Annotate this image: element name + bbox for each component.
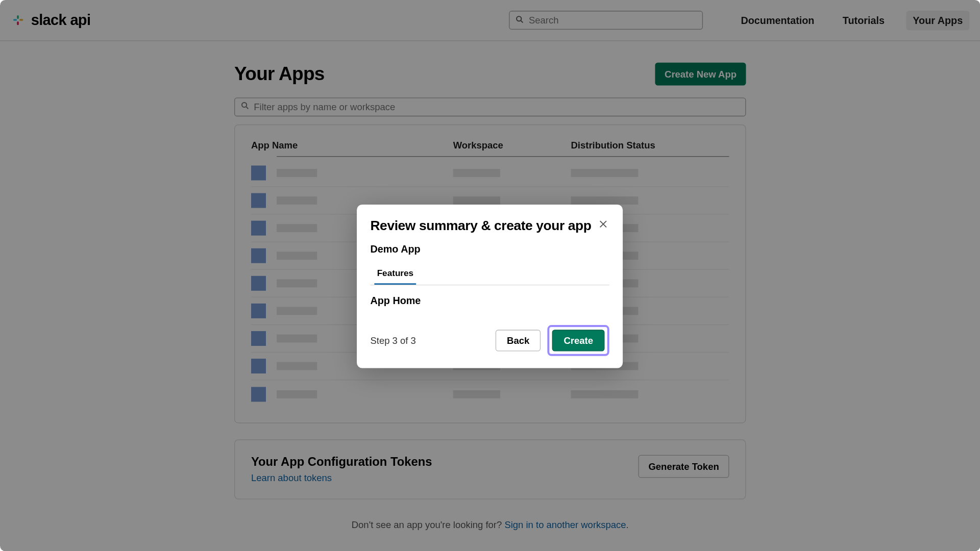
- modal-tabs: Features: [370, 264, 609, 285]
- modal-app-name: Demo App: [370, 243, 609, 254]
- close-icon: [599, 219, 608, 231]
- feature-app-home: App Home: [370, 295, 609, 306]
- close-button[interactable]: [597, 218, 609, 233]
- step-indicator: Step 3 of 3: [370, 335, 415, 346]
- modal-title: Review summary & create your app: [370, 218, 591, 233]
- tab-features[interactable]: Features: [374, 264, 416, 285]
- back-button[interactable]: Back: [496, 330, 541, 351]
- create-button[interactable]: Create: [552, 330, 604, 351]
- review-summary-modal: Review summary & create your app Demo Ap…: [357, 205, 623, 368]
- create-button-highlight: Create: [548, 325, 609, 356]
